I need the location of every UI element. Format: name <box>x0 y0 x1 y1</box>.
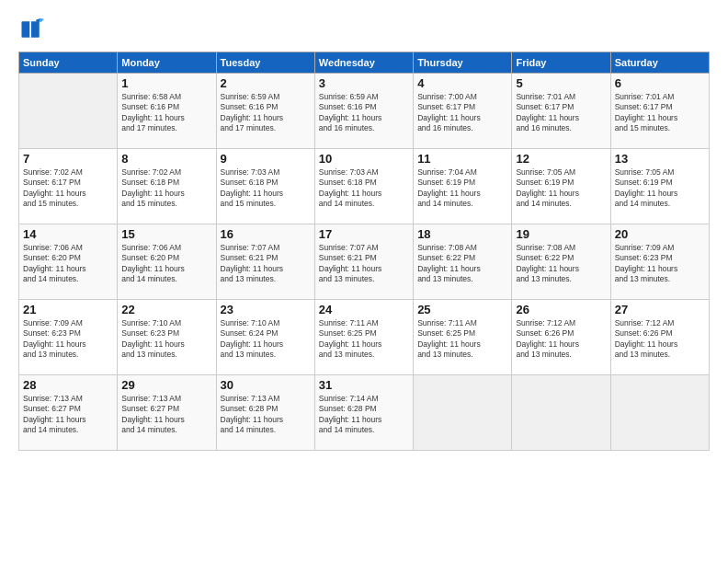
day-header: Friday <box>512 52 610 74</box>
calendar-cell: 18Sunrise: 7:08 AM Sunset: 6:22 PM Dayli… <box>414 224 512 300</box>
calendar-cell: 13Sunrise: 7:05 AM Sunset: 6:19 PM Dayli… <box>610 149 709 224</box>
calendar-table: SundayMondayTuesdayWednesdayThursdayFrid… <box>18 52 710 451</box>
day-number: 20 <box>615 227 705 241</box>
calendar-cell: 30Sunrise: 7:13 AM Sunset: 6:28 PM Dayli… <box>216 375 314 451</box>
day-number: 17 <box>319 227 409 241</box>
calendar-cell <box>19 74 118 149</box>
calendar-cell: 21Sunrise: 7:09 AM Sunset: 6:23 PM Dayli… <box>19 300 118 375</box>
calendar-cell: 20Sunrise: 7:09 AM Sunset: 6:23 PM Dayli… <box>610 224 709 300</box>
calendar-cell: 11Sunrise: 7:04 AM Sunset: 6:19 PM Dayli… <box>414 149 512 224</box>
day-info: Sunrise: 7:07 AM Sunset: 6:21 PM Dayligh… <box>319 243 409 285</box>
day-info: Sunrise: 7:04 AM Sunset: 6:19 PM Dayligh… <box>417 167 507 210</box>
day-number: 4 <box>417 76 507 90</box>
day-number: 14 <box>23 227 113 241</box>
day-number: 31 <box>319 378 409 392</box>
day-number: 10 <box>319 152 409 166</box>
day-header: Sunday <box>19 52 118 74</box>
day-number: 19 <box>516 227 606 241</box>
calendar-week-row: 21Sunrise: 7:09 AM Sunset: 6:23 PM Dayli… <box>19 300 710 375</box>
day-info: Sunrise: 7:01 AM Sunset: 6:17 PM Dayligh… <box>615 92 705 134</box>
calendar-cell: 16Sunrise: 7:07 AM Sunset: 6:21 PM Dayli… <box>216 224 314 300</box>
day-info: Sunrise: 7:03 AM Sunset: 6:18 PM Dayligh… <box>221 167 311 210</box>
day-number: 27 <box>615 303 705 316</box>
day-info: Sunrise: 6:59 AM Sunset: 6:16 PM Dayligh… <box>319 92 409 134</box>
day-info: Sunrise: 7:02 AM Sunset: 6:17 PM Dayligh… <box>23 167 113 210</box>
header <box>18 17 710 42</box>
calendar-cell: 19Sunrise: 7:08 AM Sunset: 6:22 PM Dayli… <box>512 224 610 300</box>
day-info: Sunrise: 7:13 AM Sunset: 6:27 PM Dayligh… <box>23 394 113 436</box>
calendar-cell: 3Sunrise: 6:59 AM Sunset: 6:16 PM Daylig… <box>314 74 413 149</box>
day-number: 3 <box>319 76 409 90</box>
day-info: Sunrise: 7:12 AM Sunset: 6:26 PM Dayligh… <box>615 318 705 361</box>
calendar-cell: 24Sunrise: 7:11 AM Sunset: 6:25 PM Dayli… <box>314 300 413 375</box>
day-header: Thursday <box>414 52 512 74</box>
calendar-cell: 5Sunrise: 7:01 AM Sunset: 6:17 PM Daylig… <box>512 74 610 149</box>
calendar-week-row: 7Sunrise: 7:02 AM Sunset: 6:17 PM Daylig… <box>19 149 710 224</box>
calendar-cell: 29Sunrise: 7:13 AM Sunset: 6:27 PM Dayli… <box>118 375 216 451</box>
header-row: SundayMondayTuesdayWednesdayThursdayFrid… <box>19 52 710 74</box>
logo-icon <box>18 17 44 42</box>
calendar-week-row: 14Sunrise: 7:06 AM Sunset: 6:20 PM Dayli… <box>19 224 710 300</box>
day-number: 1 <box>121 76 211 90</box>
calendar-cell: 10Sunrise: 7:03 AM Sunset: 6:18 PM Dayli… <box>314 149 413 224</box>
calendar-cell: 23Sunrise: 7:10 AM Sunset: 6:24 PM Dayli… <box>216 300 314 375</box>
day-number: 24 <box>319 303 409 316</box>
svg-rect-1 <box>22 21 31 38</box>
day-number: 30 <box>221 378 311 392</box>
day-info: Sunrise: 7:10 AM Sunset: 6:24 PM Dayligh… <box>221 318 311 361</box>
calendar-cell: 27Sunrise: 7:12 AM Sunset: 6:26 PM Dayli… <box>610 300 709 375</box>
calendar-cell: 28Sunrise: 7:13 AM Sunset: 6:27 PM Dayli… <box>19 375 118 451</box>
day-info: Sunrise: 7:09 AM Sunset: 6:23 PM Dayligh… <box>615 243 705 285</box>
day-number: 11 <box>417 152 507 166</box>
day-number: 28 <box>23 378 113 392</box>
calendar-cell: 2Sunrise: 6:59 AM Sunset: 6:16 PM Daylig… <box>216 74 314 149</box>
day-info: Sunrise: 7:01 AM Sunset: 6:17 PM Dayligh… <box>516 92 606 134</box>
svg-rect-3 <box>29 21 31 38</box>
day-number: 22 <box>121 303 211 316</box>
day-number: 16 <box>221 227 311 241</box>
calendar-cell: 8Sunrise: 7:02 AM Sunset: 6:18 PM Daylig… <box>118 149 216 224</box>
calendar-cell: 14Sunrise: 7:06 AM Sunset: 6:20 PM Dayli… <box>19 224 118 300</box>
day-header: Tuesday <box>216 52 314 74</box>
day-info: Sunrise: 7:09 AM Sunset: 6:23 PM Dayligh… <box>23 318 113 361</box>
day-number: 15 <box>121 227 211 241</box>
day-number: 9 <box>221 152 311 166</box>
day-info: Sunrise: 7:05 AM Sunset: 6:19 PM Dayligh… <box>615 167 705 210</box>
day-info: Sunrise: 7:06 AM Sunset: 6:20 PM Dayligh… <box>23 243 113 285</box>
day-info: Sunrise: 7:11 AM Sunset: 6:25 PM Dayligh… <box>417 318 507 361</box>
day-info: Sunrise: 7:10 AM Sunset: 6:23 PM Dayligh… <box>121 318 211 361</box>
page: SundayMondayTuesdayWednesdayThursdayFrid… <box>0 0 728 563</box>
day-info: Sunrise: 7:05 AM Sunset: 6:19 PM Dayligh… <box>516 167 606 210</box>
calendar-cell: 4Sunrise: 7:00 AM Sunset: 6:17 PM Daylig… <box>414 74 512 149</box>
day-number: 29 <box>121 378 211 392</box>
day-number: 18 <box>417 227 507 241</box>
day-info: Sunrise: 7:00 AM Sunset: 6:17 PM Dayligh… <box>417 92 507 134</box>
calendar-cell: 6Sunrise: 7:01 AM Sunset: 6:17 PM Daylig… <box>610 74 709 149</box>
svg-rect-2 <box>30 21 40 38</box>
day-number: 5 <box>516 76 606 90</box>
day-info: Sunrise: 7:06 AM Sunset: 6:20 PM Dayligh… <box>121 243 211 285</box>
calendar-cell: 26Sunrise: 7:12 AM Sunset: 6:26 PM Dayli… <box>512 300 610 375</box>
day-info: Sunrise: 7:12 AM Sunset: 6:26 PM Dayligh… <box>516 318 606 361</box>
calendar-cell: 31Sunrise: 7:14 AM Sunset: 6:28 PM Dayli… <box>314 375 413 451</box>
day-info: Sunrise: 7:08 AM Sunset: 6:22 PM Dayligh… <box>417 243 507 285</box>
day-info: Sunrise: 7:13 AM Sunset: 6:28 PM Dayligh… <box>221 394 311 436</box>
logo <box>18 17 48 42</box>
day-info: Sunrise: 7:02 AM Sunset: 6:18 PM Dayligh… <box>121 167 211 210</box>
day-header: Monday <box>118 52 216 74</box>
day-number: 2 <box>221 76 311 90</box>
calendar-cell: 15Sunrise: 7:06 AM Sunset: 6:20 PM Dayli… <box>118 224 216 300</box>
calendar-cell <box>414 375 512 451</box>
day-number: 13 <box>615 152 705 166</box>
day-info: Sunrise: 7:08 AM Sunset: 6:22 PM Dayligh… <box>516 243 606 285</box>
day-info: Sunrise: 7:13 AM Sunset: 6:27 PM Dayligh… <box>121 394 211 436</box>
day-info: Sunrise: 6:58 AM Sunset: 6:16 PM Dayligh… <box>121 92 211 134</box>
day-info: Sunrise: 7:11 AM Sunset: 6:25 PM Dayligh… <box>319 318 409 361</box>
calendar-cell <box>610 375 709 451</box>
calendar-cell: 7Sunrise: 7:02 AM Sunset: 6:17 PM Daylig… <box>19 149 118 224</box>
day-number: 7 <box>23 152 113 166</box>
day-number: 21 <box>23 303 113 316</box>
day-number: 6 <box>615 76 705 90</box>
calendar-week-row: 28Sunrise: 7:13 AM Sunset: 6:27 PM Dayli… <box>19 375 710 451</box>
calendar-cell: 9Sunrise: 7:03 AM Sunset: 6:18 PM Daylig… <box>216 149 314 224</box>
